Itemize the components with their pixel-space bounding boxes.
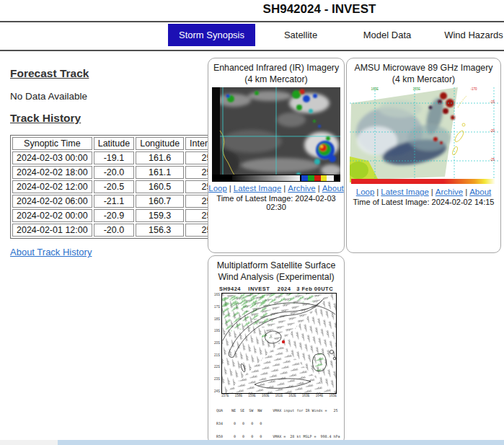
table-row: 2024-02-02 18:00-20.0161.125 (12, 166, 228, 179)
lon-tick-label: 163E (302, 395, 310, 398)
table-cell: -19.1 (94, 151, 134, 164)
separator: | (318, 184, 320, 193)
amsu-tick-25s: -25 (490, 159, 495, 162)
amsu-tick-165e: 165E (413, 88, 421, 92)
lat-tick-label: 24S (214, 390, 220, 394)
wind-stats-line: R50 0 0 0 0 VMAX = 28 kt MSLP = 998.4 hP… (216, 434, 340, 439)
amsu-archive-link[interactable]: Archive (436, 188, 463, 196)
tab-satellite[interactable]: Satellite (265, 24, 337, 46)
ir-links: Loop|Latest Image|Archive|About (208, 184, 344, 193)
amsu-latest-image-time: Time of Latest Image: 2024-02-02 14:15 (347, 198, 500, 206)
lon-tick-label: 165E (329, 395, 337, 398)
wind-lon-axis: 157E158E159E160E161E162E163E164E165E (221, 395, 337, 398)
lat-tick-label: 20S (214, 342, 220, 345)
table-cell: -20.0 (94, 224, 134, 237)
forecast-track-heading: Forecast Track (10, 67, 89, 80)
ir-archive-link[interactable]: Archive (288, 184, 315, 193)
divider-tabs (0, 50, 504, 51)
amsu-latest-image-link[interactable]: Latest Image (381, 188, 428, 196)
lon-tick-label: 159E (248, 395, 256, 398)
table-cell: 160.7 (136, 195, 184, 208)
lon-tick-label: 161E (275, 395, 283, 398)
lat-tick-label: 21S (214, 354, 220, 358)
track-history-heading: Track History (10, 112, 81, 125)
ir-panel-title: Enhanced Infrared (IR) Imagery (4 km Mer… (208, 58, 344, 87)
ir-loop-link[interactable]: Loop (208, 184, 227, 193)
table-cell: 2024-02-02 00:00 (12, 209, 92, 222)
lon-tick-label: 157E (221, 395, 229, 398)
wind-lat-axis: 16S17S18S19S20S21S22S23S24S (212, 293, 221, 394)
amsu-loop-link[interactable]: Loop (356, 188, 375, 196)
wind-stats-line: R34 0 0 0 0 (216, 421, 340, 426)
separator: | (229, 184, 231, 193)
table-cell: -21.1 (94, 195, 134, 208)
tab-storm-synopsis[interactable]: Storm Synopsis (168, 24, 255, 46)
table-row: 2024-02-02 06:00-21.1160.725 (12, 195, 228, 208)
storm-page: SH942024 - INVEST Storm Synopsis Satelli… (0, 0, 504, 445)
amsu-satellite-image[interactable]: 160E 165E -170 -15 -20 -25 (350, 87, 498, 185)
table-row: 2024-02-02 12:00-20.5160.525 (12, 180, 228, 193)
table-header-row: Synoptic TimeLatitudeLongitudeIntensity (12, 137, 228, 150)
tab-wind-hazards[interactable]: Wind Hazards (438, 24, 504, 46)
table-cell: 2024-02-02 06:00 (12, 195, 92, 208)
ir-latest-image-link[interactable]: Latest Image (234, 184, 281, 193)
table-cell: 2024-02-02 18:00 (12, 166, 92, 179)
table-cell: -20.5 (94, 180, 134, 193)
divider-top (0, 21, 504, 22)
table-cell: 2024-02-01 12:00 (12, 224, 92, 237)
forecast-track-status: No Data Available (10, 91, 87, 102)
separator: | (376, 188, 379, 196)
panel-ir-imagery: Enhanced Infrared (IR) Imagery (4 km Mer… (208, 58, 345, 253)
amsu-panel-title: AMSU Microwave 89 GHz Imagery (4 km Merc… (347, 58, 500, 87)
lat-tick-label: 17S (214, 306, 220, 309)
lat-tick-label: 19S (214, 330, 220, 333)
horizontal-scrollbar (0, 440, 504, 445)
ir-about-link[interactable]: About (322, 184, 344, 193)
wind-plot-graphic (221, 293, 337, 394)
table-cell: 159.3 (136, 209, 184, 222)
amsu-tick-160e: 160E (371, 88, 379, 92)
panel-amsu-imagery: AMSU Microwave 89 GHz Imagery (4 km Merc… (346, 58, 501, 253)
tab-model-data[interactable]: Model Data (351, 24, 423, 46)
amsu-image-graphic (350, 87, 498, 185)
track-history-table: Synoptic TimeLatitudeLongitudeIntensity … (10, 135, 230, 239)
table-cell: 2024-02-02 12:00 (12, 180, 92, 193)
table-cell: 156.3 (136, 224, 184, 237)
wind-analysis-image[interactable]: SH9424 INVEST 2024 3 Feb 00UTC 16S17S18S… (212, 286, 340, 445)
separator: | (465, 188, 467, 196)
amsu-tick-20s: -20 (490, 130, 495, 133)
lon-tick-label: 164E (316, 395, 324, 398)
wind-panel-title: Multiplatform Satellite Surface Wind Ana… (208, 256, 344, 284)
table-cell: 2024-02-03 00:00 (12, 151, 92, 164)
column-header: Synoptic Time (12, 137, 92, 150)
separator: | (283, 184, 286, 193)
table-row: 2024-02-03 00:00-19.1161.625 (12, 151, 228, 164)
lon-tick-label: 160E (262, 395, 270, 398)
amsu-tick-170: -170 (471, 88, 477, 92)
column-header: Latitude (94, 137, 134, 150)
panel-wind-analysis: Multiplatform Satellite Surface Wind Ana… (208, 255, 345, 445)
lat-tick-label: 18S (214, 318, 220, 322)
table-cell: 160.5 (136, 180, 184, 193)
about-track-history-link[interactable]: About Track History (10, 247, 92, 257)
lon-tick-label: 158E (235, 395, 243, 398)
table-cell: -20.9 (94, 209, 134, 222)
lat-tick-label: 22S (214, 366, 220, 369)
column-header: Longitude (136, 137, 184, 150)
lon-tick-label: 162E (288, 395, 296, 398)
amsu-about-link[interactable]: About (469, 188, 491, 196)
wind-image-header: SH9424 INVEST 2024 3 Feb 00UTC (212, 286, 340, 292)
ir-satellite-image[interactable] (212, 87, 340, 182)
amsu-links: Loop|Latest Image|Archive|About (347, 188, 500, 196)
separator: | (431, 188, 433, 196)
table-cell: 161.1 (136, 166, 184, 179)
wind-stats-block: QUA NE SE SW NW VMAX input for IR Winds … (216, 400, 340, 445)
table-cell: 161.6 (136, 151, 184, 164)
lat-tick-label: 23S (214, 378, 220, 382)
horizontal-scrollbar-thumb[interactable] (58, 440, 504, 445)
page-title: SH942024 - INVEST (263, 2, 376, 17)
wind-stats-line: QUA NE SE SW NW VMAX input for IR Winds … (216, 408, 340, 413)
lat-tick-label: 16S (214, 294, 220, 297)
amsu-tick-15s: -15 (490, 101, 495, 105)
table-cell: -20.0 (94, 166, 134, 179)
